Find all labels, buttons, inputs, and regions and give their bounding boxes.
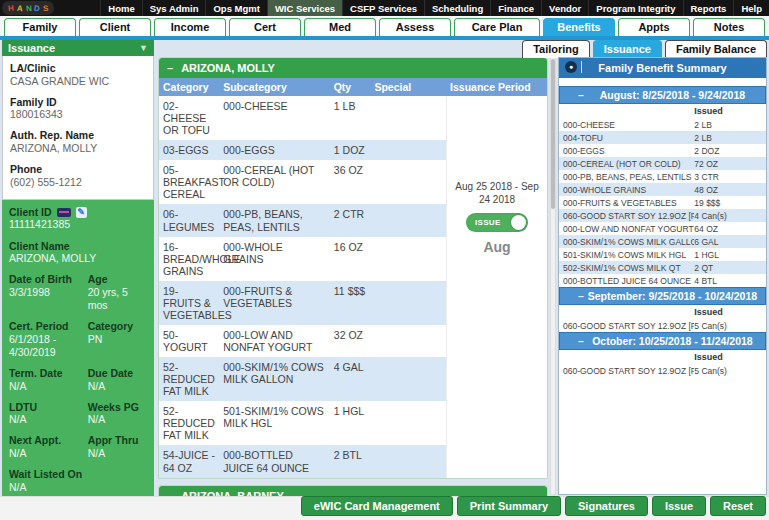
summary-item-name: 060-GOOD START SOY 12.9OZ [PWD] xyxy=(563,321,694,331)
cell-qty: 1 LB xyxy=(330,96,370,140)
summary-row: 000-FRUITS & VEGETABLES 19 $$$ xyxy=(559,196,766,209)
col-special: Special xyxy=(370,81,446,93)
cell-subcategory: 501-SKIM/1% COWS MILK HGL xyxy=(219,401,330,445)
summary-item-name: 060-GOOD START SOY 12.9OZ [PWD] xyxy=(563,366,694,376)
tab-cert[interactable]: Cert xyxy=(229,18,301,36)
menu-home[interactable]: Home xyxy=(100,0,141,16)
benefit-row: 05-BREAKFAST CEREAL 000-CEREAL (HOT OR C… xyxy=(159,160,446,204)
top-menu: Home Sys Admin Ops Mgmt WIC Services CSF… xyxy=(100,0,769,16)
menu-wic-services[interactable]: WIC Services xyxy=(267,0,342,16)
cell-special xyxy=(370,204,446,236)
menu-ops-mgmt[interactable]: Ops Mgmt xyxy=(205,0,266,16)
info-value: CASA GRANDE WIC xyxy=(10,75,146,88)
benefit-row: 50-YOGURT 000-LOW AND NONFAT YOGURT 32 O… xyxy=(159,325,446,357)
menu-program-integrity[interactable]: Program Integrity xyxy=(588,0,682,16)
tab-med[interactable]: Med xyxy=(304,18,376,36)
detail-label: Weeks PG xyxy=(88,401,147,414)
benefits-main-area: – ARIZONA, MOLLY Category Subcategory Qt… xyxy=(158,57,548,510)
summary-row: 000-PB, BEANS, PEAS, LENTILS 3 CTR xyxy=(559,170,766,183)
summary-item-name: 502-SKIM/1% COWS MILK QT xyxy=(563,263,694,273)
cell-category: 03-EGGS xyxy=(159,140,219,160)
wait-listed-label: Wait Listed On xyxy=(9,468,147,481)
logo-letter: D xyxy=(33,3,42,13)
tab-appts[interactable]: Appts xyxy=(618,18,690,36)
scrollbar-thumb[interactable] xyxy=(551,59,555,209)
edit-pencil-icon[interactable]: ✎ xyxy=(76,207,87,218)
tab-assess[interactable]: Assess xyxy=(379,18,451,36)
issued-column-label: Issued xyxy=(694,307,723,317)
main-tab-bar: Family Client Income Cert Med Assess Car… xyxy=(0,16,769,36)
cell-qty: 16 OZ xyxy=(330,237,370,281)
summary-item-issued: 48 OZ xyxy=(694,185,762,195)
collapse-icon[interactable]: – xyxy=(167,62,173,74)
tab-family[interactable]: Family xyxy=(4,18,76,36)
summary-item-name: 501-SKIM/1% COWS MILK HGL xyxy=(563,250,694,260)
benefit-panel-molly: – ARIZONA, MOLLY Category Subcategory Qt… xyxy=(158,57,548,479)
cell-qty: 32 OZ xyxy=(330,325,370,357)
sidebar-header-issuance[interactable]: Issuance ▼ xyxy=(2,40,154,56)
menu-help[interactable]: Help xyxy=(733,0,769,16)
summary-row: 000-SKIM/1% COWS MILK GALLON 6 GAL xyxy=(559,235,766,248)
tab-income[interactable]: Income xyxy=(154,18,226,36)
tab-client[interactable]: Client xyxy=(79,18,151,36)
ewic-card-management-button[interactable]: eWIC Card Management xyxy=(301,496,453,516)
summary-panel-title: Family Benefit Summary xyxy=(598,62,726,74)
cell-qty: 2 BTL xyxy=(330,445,370,477)
cell-special xyxy=(370,96,446,140)
info-value: (602) 555-1212 xyxy=(10,176,146,189)
month-header-august[interactable]: – August: 8/25/2018 - 9/24/2018 xyxy=(559,86,766,104)
cell-subcategory: 000-SKIM/1% COWS MILK GALLON xyxy=(219,357,330,401)
benefit-row: 02-CHEESE OR TOFU 000-CHEESE 1 LB xyxy=(159,96,446,140)
tab-issuance[interactable]: Issuance xyxy=(593,40,662,58)
logo-letter: H xyxy=(7,3,16,13)
client-detail-row: Date of Birth 3/3/1998 Age 20 yrs, 5 mos xyxy=(9,273,147,312)
reset-button[interactable]: Reset xyxy=(710,496,766,516)
issued-header-row: Issued xyxy=(559,305,766,319)
menu-csfp-services[interactable]: CSFP Services xyxy=(342,0,424,16)
issue-button[interactable]: Issue xyxy=(652,496,706,516)
client-info-section: Client ID ✎ 11111421385 Client Name ARIZ… xyxy=(2,200,154,506)
cell-qty: 11 $$$ xyxy=(330,281,370,325)
ewic-card-icon[interactable] xyxy=(57,208,71,217)
summary-item-name: 000-CHEESE xyxy=(563,120,694,130)
tab-family-balance[interactable]: Family Balance xyxy=(665,40,767,58)
client-detail-row: Term. Date N/A Due Date N/A xyxy=(9,367,147,393)
detail-label: Next Appt. xyxy=(9,434,88,447)
client-detail-grid: Date of Birth 3/3/1998 Age 20 yrs, 5 mos… xyxy=(9,273,147,460)
menu-reports[interactable]: Reports xyxy=(683,0,734,16)
main-scrollbar[interactable] xyxy=(550,57,556,495)
sidebar-title: Issuance xyxy=(8,42,55,54)
menu-scheduling[interactable]: Scheduling xyxy=(424,0,490,16)
summary-rows-august: 000-CHEESE 2 LB 004-TOFU 2 LB 000-EGGS 2… xyxy=(559,118,766,287)
cell-subcategory: 000-CEREAL (HOT OR COLD) xyxy=(219,160,330,204)
cell-special xyxy=(370,281,446,325)
info-label: Family ID xyxy=(10,96,146,109)
client-id-value: 11111421385 xyxy=(9,218,147,231)
summary-panel-header: ● Family Benefit Summary xyxy=(559,58,766,78)
menu-vendor[interactable]: Vendor xyxy=(541,0,588,16)
summary-row: 060-GOOD START SOY 12.9OZ [PWD] 5 Can(s) xyxy=(559,364,766,377)
app-window: HANDS Home Sys Admin Ops Mgmt WIC Servic… xyxy=(0,0,769,520)
tab-benefits[interactable]: Benefits xyxy=(543,18,615,36)
info-value: 180016343 xyxy=(10,108,146,121)
benefit-row: 16-BREAD/WHOLE GRAINS 000-WHOLE GRAINS 1… xyxy=(159,237,446,281)
issuance-month-label: Aug xyxy=(451,239,543,255)
detail-label: Appr Thru xyxy=(88,434,147,447)
issuance-period-text: Aug 25 2018 - Sep 24 2018 xyxy=(451,180,543,206)
tab-tailoring[interactable]: Tailoring xyxy=(522,40,590,58)
menu-sys-admin[interactable]: Sys Admin xyxy=(142,0,206,16)
menu-finance[interactable]: Finance xyxy=(490,0,541,16)
print-summary-button[interactable]: Print Summary xyxy=(457,496,561,516)
summary-item-name: 060-GOOD START SOY 12.9OZ [PWD] xyxy=(563,211,694,221)
month-header-october[interactable]: – October: 10/25/2018 - 11/24/2018 xyxy=(559,332,766,350)
month-header-september[interactable]: – September: 9/25/2018 - 10/24/2018 xyxy=(559,287,766,305)
issue-toggle-molly[interactable]: ISSUE xyxy=(466,213,528,232)
panel-header-molly[interactable]: – ARIZONA, MOLLY xyxy=(159,58,547,78)
signatures-button[interactable]: Signatures xyxy=(565,496,648,516)
cell-subcategory: 000-LOW AND NONFAT YOGURT xyxy=(219,325,330,357)
tab-care-plan[interactable]: Care Plan xyxy=(454,18,540,36)
tab-notes[interactable]: Notes xyxy=(693,18,765,36)
summary-item-issued: 19 $$$ xyxy=(694,198,762,208)
cell-qty: 2 CTR xyxy=(330,204,370,236)
collapse-panel-icon[interactable]: ● xyxy=(565,61,577,73)
